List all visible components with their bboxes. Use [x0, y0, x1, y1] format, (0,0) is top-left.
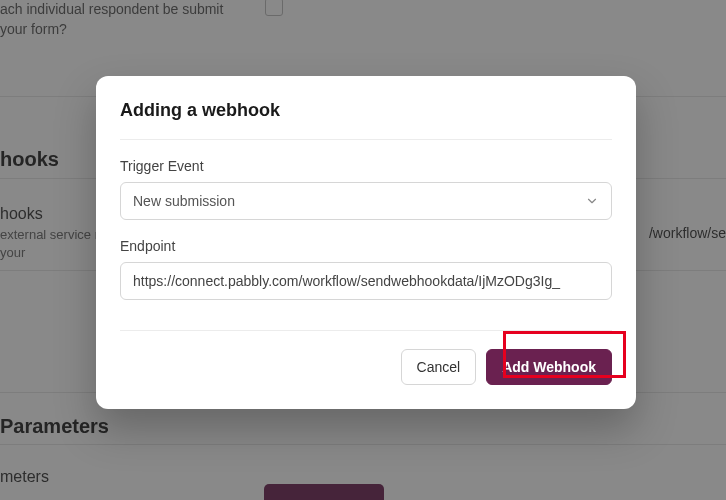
trigger-event-select[interactable]: New submission	[120, 182, 612, 220]
chevron-down-icon	[585, 194, 599, 208]
endpoint-label: Endpoint	[120, 238, 612, 254]
modal-footer: Cancel Add Webhook	[120, 330, 612, 385]
endpoint-input[interactable]	[120, 262, 612, 300]
add-webhook-button[interactable]: Add Webhook	[486, 349, 612, 385]
trigger-event-group: Trigger Event New submission	[120, 158, 612, 220]
trigger-event-selected-value: New submission	[133, 193, 235, 209]
modal-title: Adding a webhook	[120, 100, 612, 140]
add-webhook-modal: Adding a webhook Trigger Event New submi…	[96, 76, 636, 409]
endpoint-group: Endpoint	[120, 238, 612, 300]
trigger-event-label: Trigger Event	[120, 158, 612, 174]
cancel-button[interactable]: Cancel	[401, 349, 477, 385]
